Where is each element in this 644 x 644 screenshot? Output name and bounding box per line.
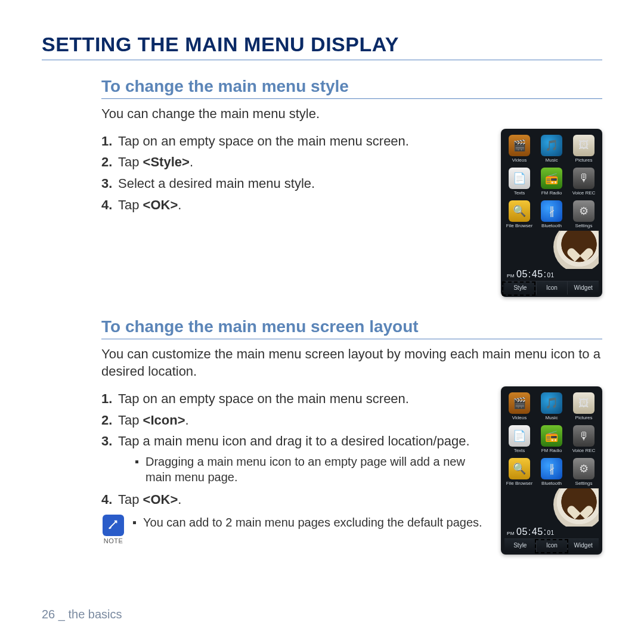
wallpaper-coffee xyxy=(504,231,599,269)
videos-icon: 🎬 xyxy=(509,135,530,156)
settings-icon: ⚙ xyxy=(573,458,595,479)
app-label: Voice REC xyxy=(572,190,596,196)
section1-step4: Tap <OK>. xyxy=(101,196,487,214)
app-texts[interactable]: 📄Texts xyxy=(504,424,534,454)
app-settings[interactable]: ⚙Settings xyxy=(569,199,599,230)
device-mock-icon: 🎬Videos 🎵Music 🖼Pictures 📄Texts 📻FM Radi… xyxy=(501,386,602,555)
section2-step1: Tap on an empty space on the main menu s… xyxy=(101,390,487,408)
app-videos[interactable]: 🎬Videos xyxy=(504,134,534,164)
tab-icon[interactable]: Icon xyxy=(536,281,568,295)
app-filebrowser[interactable]: 🔍File Browser xyxy=(504,457,534,487)
footer-page-number: 26 xyxy=(42,608,55,621)
section1-step3: Select a desired main menu style. xyxy=(101,175,487,193)
app-label: FM Radio xyxy=(541,448,562,453)
step-text: . xyxy=(178,492,181,507)
app-music[interactable]: 🎵Music xyxy=(537,134,566,164)
section2-steps: Tap on an empty space on the main menu s… xyxy=(101,390,487,509)
section2-step3: Tap a main menu icon and drag it to a de… xyxy=(101,432,487,485)
app-music[interactable]: 🎵Music xyxy=(537,391,566,422)
step-text: Tap xyxy=(118,492,143,507)
app-label: Pictures xyxy=(575,157,593,163)
app-label: Texts xyxy=(514,448,525,453)
bluetooth-icon: ∦ xyxy=(541,458,562,479)
step-bold: <Style> xyxy=(143,154,190,169)
app-label: Voice REC xyxy=(572,448,596,453)
content-area: To change the main menu style You can ch… xyxy=(42,77,602,555)
heart-icon xyxy=(572,243,588,257)
step-text: Tap xyxy=(118,154,143,169)
app-voicerec[interactable]: 🎙Voice REC xyxy=(569,166,599,197)
wallpaper-coffee xyxy=(504,488,599,527)
pictures-icon: 🖼 xyxy=(573,135,595,156)
app-label: FM Radio xyxy=(541,190,562,196)
note: NOTE You can add to 2 main menu pages ex… xyxy=(101,515,487,544)
app-label: Bluetooth xyxy=(541,223,562,228)
tab-widget[interactable]: Widget xyxy=(567,539,599,552)
clock-mm: 45 xyxy=(532,269,543,280)
device-clock: PM 05:45:01 xyxy=(504,269,599,281)
videos-icon: 🎬 xyxy=(509,392,530,414)
tab-style[interactable]: Style xyxy=(504,281,536,295)
section2-intro: You can customize the main menu screen l… xyxy=(101,345,602,380)
section1-step2: Tap <Style>. xyxy=(101,153,487,171)
app-label: File Browser xyxy=(506,223,532,228)
device-grid: 🎬Videos 🎵Music 🖼Pictures 📄Texts 📻FM Radi… xyxy=(504,134,599,230)
footer-section: the basics xyxy=(69,608,122,621)
clock-hh: 05 xyxy=(516,527,528,537)
app-filebrowser[interactable]: 🔍File Browser xyxy=(504,199,534,230)
page-footer: 26 _ the basics xyxy=(42,608,122,621)
app-texts[interactable]: 📄Texts xyxy=(504,166,534,197)
app-label: Music xyxy=(546,415,558,420)
note-label: NOTE xyxy=(104,537,123,544)
device-grid: 🎬Videos 🎵Music 🖼Pictures 📄Texts 📻FM Radi… xyxy=(504,391,599,487)
tab-widget[interactable]: Widget xyxy=(567,281,599,295)
app-fmradio[interactable]: 📻FM Radio xyxy=(537,166,566,197)
app-label: Videos xyxy=(512,415,527,420)
section2-step2: Tap <Icon>. xyxy=(101,411,487,429)
step-bold: <OK> xyxy=(143,197,178,212)
section2-text: Tap on an empty space on the main menu s… xyxy=(101,386,487,544)
device-clock: PM 05:45:01 xyxy=(504,527,599,538)
app-videos[interactable]: 🎬Videos xyxy=(504,391,534,422)
app-pictures[interactable]: 🖼Pictures xyxy=(569,134,599,164)
note-icon xyxy=(103,515,124,536)
fmradio-icon: 📻 xyxy=(541,168,562,189)
pictures-icon: 🖼 xyxy=(573,392,595,414)
section2-step3-sub: Dragging a main menu icon to an empty pa… xyxy=(135,454,487,485)
voicerec-icon: 🎙 xyxy=(573,425,595,447)
section1-steps: Tap on an empty space on the main menu s… xyxy=(101,132,487,214)
device-tabs: Style Icon Widget xyxy=(504,538,599,552)
app-label: Bluetooth xyxy=(541,481,562,486)
app-fmradio[interactable]: 📻FM Radio xyxy=(537,424,566,454)
tab-icon[interactable]: Icon xyxy=(536,539,568,552)
step-text: Tap xyxy=(118,197,143,212)
device-mock-style: 🎬Videos 🎵Music 🖼Pictures 📄Texts 📻FM Radi… xyxy=(501,129,602,297)
settings-icon: ⚙ xyxy=(573,200,595,222)
app-bluetooth[interactable]: ∦Bluetooth xyxy=(537,199,566,230)
app-settings[interactable]: ⚙Settings xyxy=(569,457,599,487)
tab-style[interactable]: Style xyxy=(504,539,536,552)
step-bold: <OK> xyxy=(143,492,178,507)
clock-ampm: PM xyxy=(507,531,515,536)
music-icon: 🎵 xyxy=(541,135,562,156)
step-text: Tap xyxy=(118,413,143,428)
step-bold: <Icon> xyxy=(143,413,185,428)
page-title: SETTING THE MAIN MENU DISPLAY xyxy=(42,33,602,60)
app-label: Texts xyxy=(514,190,525,196)
clock-hh: 05 xyxy=(516,269,528,280)
app-label: Videos xyxy=(512,157,527,163)
app-label: File Browser xyxy=(506,481,532,486)
clock-ampm: PM xyxy=(507,273,515,278)
footer-sep: _ xyxy=(55,608,68,621)
app-pictures[interactable]: 🖼Pictures xyxy=(569,391,599,422)
note-badge: NOTE xyxy=(101,515,125,544)
section1-intro: You can change the main menu style. xyxy=(101,105,602,123)
filebrowser-icon: 🔍 xyxy=(509,200,530,222)
app-voicerec[interactable]: 🎙Voice REC xyxy=(569,424,599,454)
fmradio-icon: 📻 xyxy=(541,425,562,447)
section1-text: Tap on an empty space on the main menu s… xyxy=(101,129,487,218)
section1-row: Tap on an empty space on the main menu s… xyxy=(101,129,602,297)
app-bluetooth[interactable]: ∦Bluetooth xyxy=(537,457,566,487)
section2-step4: Tap <OK>. xyxy=(101,491,487,509)
texts-icon: 📄 xyxy=(509,425,530,447)
